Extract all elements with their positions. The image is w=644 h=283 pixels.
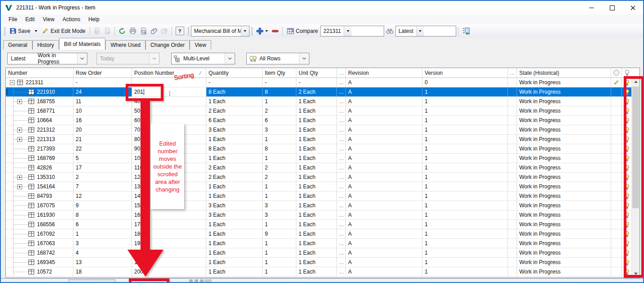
checkout-button[interactable]: [102, 26, 113, 36]
cell-version[interactable]: 1: [422, 248, 508, 257]
cell-more[interactable]: [508, 258, 517, 267]
menu-actions[interactable]: Actions: [59, 15, 84, 23]
cell-quantity[interactable]: 1 Each: [206, 229, 263, 238]
cell-unit-qty[interactable]: 1 Each: [296, 248, 337, 257]
cell-unit-qty[interactable]: 1 Each: [296, 106, 337, 115]
cell-revision[interactable]: A: [346, 116, 422, 125]
bom-view-dropdown[interactable]: [241, 26, 249, 36]
cell-quantity[interactable]: 2 Each: [206, 173, 263, 182]
cell-number[interactable]: 167092: [6, 229, 73, 238]
cell-quantity[interactable]: 1 Each: [206, 154, 263, 163]
column-header-state[interactable]: State (Historical): [517, 68, 611, 78]
cell-state[interactable]: Work in Progress: [517, 182, 611, 191]
add-row-button[interactable]: [254, 26, 270, 36]
cell-version[interactable]: 1: [422, 125, 508, 134]
table-row-135310[interactable]: 13531021202 Each21 Each...A1Work in Prog…: [6, 173, 639, 182]
cell-state[interactable]: Work in Progress: [517, 267, 611, 276]
cell-version[interactable]: 1: [422, 192, 508, 201]
cell-unit-qty[interactable]: 1 Each: [296, 125, 337, 134]
print-preview-button[interactable]: [138, 26, 149, 36]
cell-item-qty[interactable]: 1: [263, 258, 296, 267]
cell-more[interactable]: ...: [337, 192, 346, 201]
cell-number[interactable]: 167075: [6, 201, 73, 210]
cell-item-qty[interactable]: 3: [263, 125, 296, 134]
cell-quantity[interactable]: 8 Each: [206, 144, 263, 153]
column-header-unit-qty[interactable]: Unit Qty: [296, 68, 337, 78]
cell-version[interactable]: 1: [422, 239, 508, 248]
cell-item-qty[interactable]: 8: [263, 144, 296, 153]
collapse-expander-icon[interactable]: [10, 80, 15, 85]
cell-unit-qty[interactable]: 1 Each: [296, 258, 337, 267]
version-combobox-dropdown[interactable]: [416, 26, 424, 36]
renumber-button[interactable]: [460, 26, 472, 36]
cell-revision[interactable]: A: [346, 248, 422, 257]
exit-edit-mode-button[interactable]: Exit Edit Mode: [40, 26, 87, 36]
tab-view[interactable]: View: [190, 40, 211, 50]
table-row-84793[interactable]: 84793121401 Each11 Each...A1Work in Prog…: [6, 192, 639, 201]
cell-quantity[interactable]: 1 Each: [206, 239, 263, 248]
cell-state[interactable]: Work in Progress: [517, 144, 611, 153]
cell-quantity[interactable]: 2 Each: [206, 163, 263, 172]
table-row-42826[interactable]: 42826171102 Each21 Each...A1Work in Prog…: [6, 163, 639, 173]
cell-more[interactable]: [508, 78, 517, 87]
cell-unit-qty[interactable]: 1 Each: [296, 135, 337, 144]
column-header-item-qty[interactable]: Item Qty: [263, 68, 296, 78]
cell-version[interactable]: 1: [422, 144, 508, 153]
cell-more[interactable]: [508, 106, 517, 115]
cell-row-order[interactable]: 2: [73, 173, 132, 182]
cell-item-qty[interactable]: 1: [263, 97, 296, 106]
cell-number[interactable]: 10572: [6, 267, 73, 276]
table-row-168769[interactable]: 16876951001 Each11 Each...A1Work in Prog…: [6, 154, 639, 163]
cell-revision[interactable]: A: [346, 210, 422, 219]
cell-more[interactable]: ...: [337, 173, 346, 182]
cell-unit-qty[interactable]: -: [296, 78, 337, 87]
cell-quantity[interactable]: 3 Each: [206, 210, 263, 219]
expand-expander-icon[interactable]: [17, 99, 22, 104]
cell-revision[interactable]: A: [346, 106, 422, 115]
refresh-button[interactable]: [117, 26, 127, 36]
cell-quantity[interactable]: 3 Each: [206, 201, 263, 210]
cell-revision[interactable]: A: [346, 229, 422, 238]
cell-revision[interactable]: A: [346, 239, 422, 248]
cell-version[interactable]: 0: [422, 78, 508, 87]
cell-revision[interactable]: A: [346, 267, 422, 276]
cell-row-order[interactable]: 11: [73, 97, 132, 106]
cell-version[interactable]: 1: [422, 106, 508, 115]
cell-more[interactable]: [508, 220, 517, 229]
level-filter-combobox[interactable]: Multi-Level: [171, 53, 235, 64]
cell-number[interactable]: 167063: [6, 239, 73, 248]
cell-unit-qty[interactable]: 1 Each: [296, 192, 337, 201]
cell-revision[interactable]: A: [346, 182, 422, 191]
cell-quantity[interactable]: 2 Each: [206, 106, 263, 115]
cell-row-order[interactable]: 4: [73, 248, 132, 257]
cell-more[interactable]: [508, 163, 517, 172]
cell-revision[interactable]: A: [346, 144, 422, 153]
cell-row-order[interactable]: 17: [73, 163, 132, 172]
cell-state[interactable]: Work in Progress: [517, 258, 611, 267]
table-row-168556[interactable]: 16855661701 Each11 Each...A1Work in Prog…: [6, 220, 639, 229]
table-row-168742[interactable]: 16874241911 Each11 Each...A1Work in Prog…: [6, 248, 639, 258]
cell-more[interactable]: [508, 248, 517, 257]
cell-item-qty[interactable]: -: [263, 78, 296, 87]
cell-unit-qty[interactable]: 1 Each: [296, 173, 337, 182]
cell-unit-qty[interactable]: 1 Each: [296, 267, 337, 276]
cell-row-order[interactable]: 6: [73, 220, 132, 229]
cell-unit-qty[interactable]: 1 Each: [296, 154, 337, 163]
cell-item-qty[interactable]: 1: [263, 154, 296, 163]
cell-unit-qty[interactable]: 1 Each: [296, 201, 337, 210]
cell-more[interactable]: ...: [337, 201, 346, 210]
cell-quantity[interactable]: 1 Each: [206, 192, 263, 201]
cell-row-order[interactable]: 10: [73, 106, 132, 115]
table-row-167063[interactable]: 16706331901 Each11 Each...A1Work in Prog…: [6, 239, 639, 248]
table-row-161930[interactable]: 16193081603 Each31 Each...A1Work in Prog…: [6, 210, 639, 220]
cell-more[interactable]: [508, 192, 517, 201]
cell-version[interactable]: 1: [422, 220, 508, 229]
menu-help[interactable]: Help: [84, 15, 104, 23]
cell-version[interactable]: 1: [422, 163, 508, 172]
cell-unit-qty[interactable]: 1 Each: [296, 116, 337, 125]
cell-more[interactable]: [508, 267, 517, 276]
cell-revision[interactable]: A: [346, 97, 422, 106]
cell-quantity[interactable]: 8 Each: [206, 87, 263, 96]
cell-more[interactable]: ...: [337, 144, 346, 153]
cell-state[interactable]: Work in Progress: [517, 192, 611, 201]
